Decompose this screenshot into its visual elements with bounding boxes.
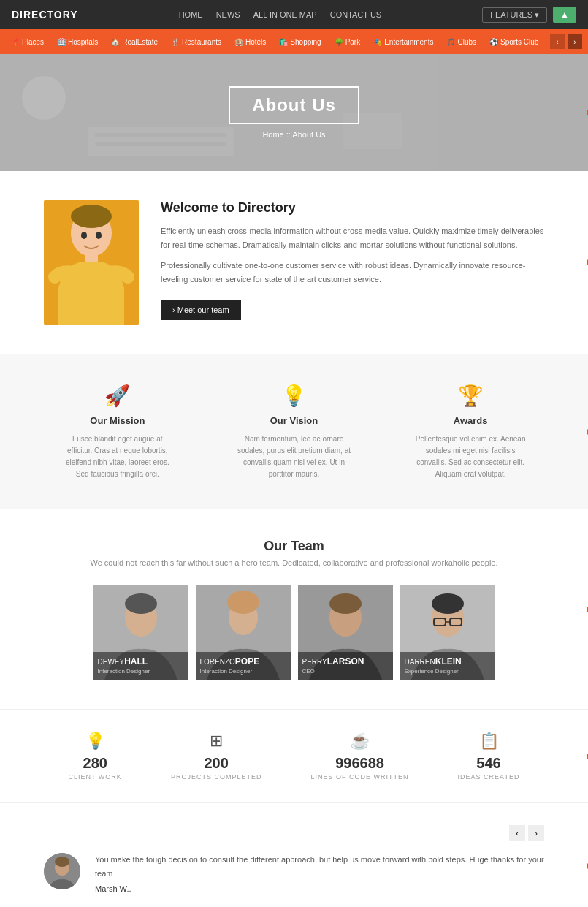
nav-home[interactable]: HOME <box>179 10 203 19</box>
testimonial-body: You make the tough decision to consult t… <box>95 853 544 893</box>
awards-icon: 🏆 <box>412 384 529 408</box>
svg-point-29 <box>55 857 69 867</box>
cat-hospitals[interactable]: 🏥Hospitals <box>52 37 103 48</box>
stat-projects: ⊞ 200 PROJECTS COMPLETED <box>171 732 262 781</box>
awards-title: Awards <box>412 415 529 426</box>
team-subtitle: We could not reach this far without such… <box>22 558 566 567</box>
stat-num-lines: 996688 <box>311 755 409 772</box>
feature-mission: 🚀 Our Mission Fusce blandit eget augue a… <box>59 384 176 480</box>
features-button[interactable]: FEATURES ▾ <box>482 7 547 23</box>
feature-vision: 💡 Our Vision Nam fermentum, leo ac ornar… <box>235 384 352 480</box>
team-header: Our Team We could not reach this far wit… <box>22 539 566 567</box>
stat-label-ideas: IDEAS CREATED <box>458 773 520 781</box>
mission-title: Our Mission <box>59 415 176 426</box>
cat-clubs[interactable]: 🎵Clubs <box>441 37 481 48</box>
nav-map[interactable]: ALL IN ONE MAP <box>253 10 317 19</box>
stat-label-projects: PROJECTS COMPLETED <box>171 773 262 781</box>
user-button[interactable]: ▲ <box>553 7 576 23</box>
team-name-perry: PERRYLARSON CEO <box>298 652 393 680</box>
testimonial-avatar <box>44 853 80 889</box>
stat-num-ideas: 546 <box>458 755 520 772</box>
team-title: Our Team <box>22 539 566 554</box>
category-bar: 📍Places 🏥Hospitals 🏠RealEstate 🍴Restaura… <box>0 29 588 54</box>
svg-point-11 <box>96 232 102 239</box>
team-grid: DEWEYHALL Interaction Designer <box>22 585 566 680</box>
stat-icon-lines: ☕ <box>311 732 409 751</box>
navbar-right: FEATURES ▾ ▲ <box>482 7 576 23</box>
welcome-section: Welcome to Directory Efficiently unleash… <box>0 171 588 354</box>
navbar: DIRECTORY HOME NEWS ALL IN ONE MAP CONTA… <box>0 0 588 29</box>
stat-icon-ideas: 📋 <box>458 732 520 751</box>
features-section: 🚀 Our Mission Fusce blandit eget augue a… <box>0 354 588 509</box>
svg-point-10 <box>81 232 87 239</box>
cat-realestate[interactable]: 🏠RealEstate <box>106 37 163 48</box>
testimonial-next-button[interactable]: › <box>528 825 544 841</box>
cat-restaurants[interactable]: 🍴Restaurants <box>166 37 226 48</box>
welcome-content: Welcome to Directory Efficiently unleash… <box>161 200 544 320</box>
stat-label-lines: LINES OF CODE WRITTEN <box>311 773 409 781</box>
nav-links: HOME NEWS ALL IN ONE MAP CONTACT US <box>179 10 382 19</box>
masthead-section: About Us Home :: About Us <box>0 54 588 171</box>
team-card-lorenzo[interactable]: LORENZOPOPE Interaction Designer <box>196 585 291 680</box>
team-name-lorenzo: LORENZOPOPE Interaction Designer <box>196 652 291 680</box>
svg-rect-9 <box>85 253 98 262</box>
stat-num-client: 280 <box>69 755 122 772</box>
stats-section: 💡 280 CLIENT WORK ⊞ 200 PROJECTS COMPLET… <box>0 709 588 803</box>
breadcrumb: Home :: About Us <box>262 130 325 139</box>
svg-point-23 <box>432 593 464 614</box>
stat-label-client: CLIENT WORK <box>69 773 122 781</box>
welcome-para2: Professionally cultivate one-to-one cust… <box>161 259 544 286</box>
team-section: Our Team We could not reach this far wit… <box>0 509 588 709</box>
nav-news[interactable]: NEWS <box>216 10 240 19</box>
testimonial-text: You make the tough decision to consult t… <box>95 853 544 880</box>
feature-awards: 🏆 Awards Pellentesque vel enim ex. Aenea… <box>412 384 529 480</box>
cat-next-button[interactable]: › <box>568 34 582 49</box>
team-name-darren: DARRENKLEIN Experience Designer <box>400 652 495 680</box>
cat-prev-button[interactable]: ‹ <box>550 34 565 49</box>
svg-point-8 <box>71 205 112 228</box>
cat-shopping[interactable]: 🛍️Shopping <box>274 37 326 48</box>
mission-desc: Fusce blandit eget augue at efficitur. C… <box>59 433 176 480</box>
testimonial-content: You make the tough decision to consult t… <box>44 853 544 893</box>
stat-lines: ☕ 996688 LINES OF CODE WRITTEN <box>311 732 409 781</box>
nav-contact[interactable]: CONTACT US <box>330 10 382 19</box>
vision-title: Our Vision <box>235 415 352 426</box>
mission-icon: 🚀 <box>59 384 176 408</box>
vision-icon: 💡 <box>235 384 352 408</box>
welcome-para1: Efficiently unleash cross-media informat… <box>161 224 544 251</box>
masthead-title: About Us <box>229 86 359 124</box>
brand: DIRECTORY <box>12 9 78 20</box>
cat-park[interactable]: 🌳Park <box>329 37 366 48</box>
stat-icon-projects: ⊞ <box>171 732 262 751</box>
meet-team-button[interactable]: › Meet our team <box>161 300 241 320</box>
team-card-darren[interactable]: DARRENKLEIN Experience Designer <box>400 585 495 680</box>
svg-point-14 <box>125 593 157 614</box>
stat-ideas: 📋 546 IDEAS CREATED <box>458 732 520 781</box>
cat-sportsclub[interactable]: ⚽Sports Club <box>484 37 543 48</box>
awards-desc: Pellentesque vel enim ex. Aenean sodales… <box>412 433 529 480</box>
cat-places[interactable]: 📍Places <box>6 37 49 48</box>
svg-point-20 <box>329 593 362 614</box>
testimonial-author: Marsh W.. <box>95 884 544 893</box>
welcome-image <box>44 200 139 325</box>
stat-num-projects: 200 <box>171 755 262 772</box>
testimonial-prev-button[interactable]: ‹ <box>509 825 525 841</box>
team-name-dewey: DEWEYHALL Interaction Designer <box>93 652 188 680</box>
testimonial-section: ‹ › You make the tough decision to consu… <box>0 803 588 907</box>
cat-entertainments[interactable]: 🎭Entertainments <box>368 37 438 48</box>
stat-icon-client: 💡 <box>69 732 122 751</box>
testimonial-nav: ‹ › <box>44 825 544 841</box>
svg-point-17 <box>227 591 259 614</box>
vision-desc: Nam fermentum, leo ac ornare sodales, pu… <box>235 433 352 480</box>
stat-client-work: 💡 280 CLIENT WORK <box>69 732 122 781</box>
cat-hotels[interactable]: 🏨Hotels <box>229 37 271 48</box>
team-card-dewey[interactable]: DEWEYHALL Interaction Designer <box>93 585 188 680</box>
team-card-perry[interactable]: PERRYLARSON CEO <box>298 585 393 680</box>
welcome-title: Welcome to Directory <box>161 200 544 216</box>
